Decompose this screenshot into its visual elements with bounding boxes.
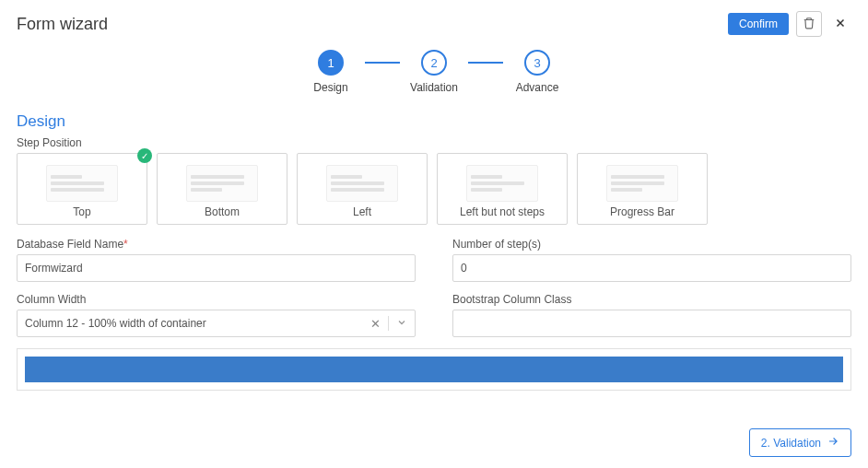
trash-icon	[803, 17, 815, 32]
divider	[388, 316, 389, 331]
stepper: 1 Design 2 Validation 3 Advance	[17, 50, 851, 94]
step-label: Design	[313, 81, 347, 94]
step-validation[interactable]: 2 Validation	[400, 50, 468, 94]
next-label: 2. Validation	[761, 437, 821, 450]
section-title: Design	[17, 112, 851, 131]
check-icon: ✓	[137, 148, 152, 163]
preview-bar	[25, 357, 843, 382]
step-position-label: Step Position	[17, 136, 851, 149]
select-controls: ✕	[370, 316, 407, 331]
step-number: 3	[524, 50, 550, 76]
bs-class-input[interactable]	[452, 310, 851, 337]
position-option-left-no-steps[interactable]: ✓ Left but not steps	[437, 153, 568, 225]
db-name-input[interactable]	[17, 254, 416, 282]
position-option-bottom[interactable]: ✓ Bottom	[157, 153, 287, 225]
wizard-footer: 2. Validation	[749, 428, 851, 457]
close-icon	[834, 15, 847, 34]
clear-icon[interactable]: ✕	[370, 317, 381, 331]
step-label: Advance	[516, 81, 559, 94]
page-header: Form wizard Confirm	[17, 11, 851, 37]
step-advance[interactable]: 3 Advance	[503, 50, 571, 94]
option-label: Top	[73, 205, 90, 218]
select-value: Column 12 - 100% width of container	[25, 317, 206, 330]
step-label: Validation	[410, 81, 458, 94]
page-title: Form wizard	[17, 15, 108, 34]
bs-class-label: Bootstrap Column Class	[452, 293, 851, 306]
num-steps-input[interactable]	[452, 254, 851, 282]
thumbnail	[466, 165, 538, 202]
step-design[interactable]: 1 Design	[297, 50, 365, 94]
confirm-button[interactable]: Confirm	[728, 13, 789, 35]
chevron-down-icon[interactable]	[396, 317, 407, 330]
col-width-select[interactable]: Column 12 - 100% width of container ✕	[17, 310, 416, 337]
option-label: Progress Bar	[610, 205, 674, 218]
option-label: Bottom	[205, 205, 240, 218]
option-label: Left	[353, 205, 371, 218]
thumbnail	[46, 165, 118, 202]
thumbnail	[326, 165, 398, 202]
header-actions: Confirm	[728, 11, 851, 37]
step-connector	[365, 62, 400, 64]
close-button[interactable]	[829, 13, 851, 35]
thumbnail	[606, 165, 678, 202]
num-steps-label: Number of step(s)	[452, 238, 851, 251]
position-option-left[interactable]: ✓ Left	[297, 153, 428, 225]
step-number: 1	[318, 50, 344, 76]
next-button[interactable]: 2. Validation	[749, 428, 851, 457]
db-name-label: Database Field Name*	[17, 238, 416, 251]
arrow-right-icon	[827, 435, 839, 450]
delete-button[interactable]	[796, 11, 822, 37]
step-number: 2	[421, 50, 447, 76]
col-width-label: Column Width	[17, 293, 416, 306]
step-connector	[468, 62, 503, 64]
position-option-top[interactable]: ✓ Top	[17, 153, 147, 225]
step-position-options: ✓ Top ✓ Bottom ✓ Left ✓ Left but not	[17, 153, 851, 225]
column-preview	[17, 348, 851, 391]
position-option-progress-bar[interactable]: ✓ Progress Bar	[577, 153, 708, 225]
thumbnail	[186, 165, 258, 202]
option-label: Left but not steps	[460, 205, 545, 218]
